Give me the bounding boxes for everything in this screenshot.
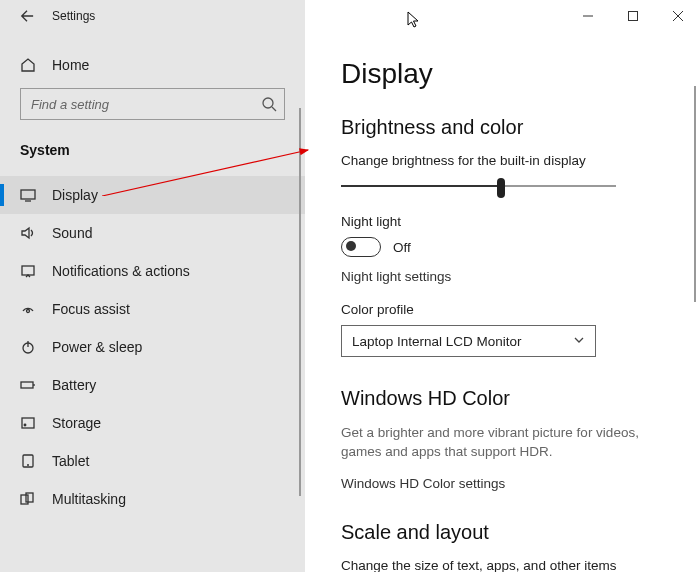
sidebar-item-label: Sound bbox=[52, 225, 92, 241]
scale-description: Change the size of text, apps, and other… bbox=[341, 558, 664, 572]
sidebar-item-multitasking[interactable]: Multitasking bbox=[0, 480, 305, 518]
sidebar-item-label: Battery bbox=[52, 377, 96, 393]
focus-assist-icon bbox=[20, 301, 36, 317]
brightness-label: Change brightness for the built-in displ… bbox=[341, 153, 664, 168]
power-icon bbox=[20, 339, 36, 355]
sidebar-item-label: Storage bbox=[52, 415, 101, 431]
sidebar-item-focus-assist[interactable]: Focus assist bbox=[0, 290, 305, 328]
brightness-slider[interactable] bbox=[341, 176, 616, 196]
section-hd-color: Windows HD Color bbox=[341, 387, 664, 410]
svg-rect-0 bbox=[628, 12, 637, 21]
display-icon bbox=[20, 187, 36, 203]
window-title: Settings bbox=[52, 9, 95, 23]
sidebar-item-label: Focus assist bbox=[52, 301, 130, 317]
toggle-knob bbox=[346, 241, 356, 251]
sidebar-home[interactable]: Home bbox=[0, 46, 305, 84]
svg-rect-3 bbox=[22, 266, 34, 275]
sidebar-item-label: Display bbox=[52, 187, 98, 203]
sidebar-item-label: Notifications & actions bbox=[52, 263, 190, 279]
notifications-icon bbox=[20, 263, 36, 279]
sidebar-home-label: Home bbox=[52, 57, 89, 73]
svg-rect-7 bbox=[22, 418, 34, 428]
page-title: Display bbox=[341, 58, 664, 90]
sidebar-item-label: Tablet bbox=[52, 453, 89, 469]
close-button[interactable] bbox=[655, 0, 700, 32]
svg-rect-6 bbox=[21, 382, 33, 388]
content-scrollbar[interactable] bbox=[694, 86, 696, 302]
titlebar: Settings bbox=[0, 0, 700, 32]
maximize-button[interactable] bbox=[610, 0, 655, 32]
sidebar: Home System Display Sound Notifications … bbox=[0, 32, 305, 572]
svg-point-4 bbox=[27, 310, 30, 313]
svg-rect-2 bbox=[21, 190, 35, 199]
back-icon[interactable] bbox=[20, 9, 34, 23]
storage-icon bbox=[20, 415, 36, 431]
sidebar-category: System bbox=[0, 134, 305, 176]
sidebar-item-notifications[interactable]: Notifications & actions bbox=[0, 252, 305, 290]
multitasking-icon bbox=[20, 491, 36, 507]
color-profile-value: Laptop Internal LCD Monitor bbox=[352, 334, 522, 349]
search-input[interactable] bbox=[20, 88, 285, 120]
search-icon bbox=[261, 96, 277, 112]
slider-thumb[interactable] bbox=[497, 178, 505, 198]
color-profile-select[interactable]: Laptop Internal LCD Monitor bbox=[341, 325, 596, 357]
sidebar-item-tablet[interactable]: Tablet bbox=[0, 442, 305, 480]
content-pane: Display Brightness and color Change brig… bbox=[305, 32, 700, 572]
home-icon bbox=[20, 57, 36, 73]
sound-icon bbox=[20, 225, 36, 241]
night-light-state: Off bbox=[393, 240, 411, 255]
svg-point-1 bbox=[263, 98, 273, 108]
sidebar-item-power-sleep[interactable]: Power & sleep bbox=[0, 328, 305, 366]
sidebar-item-battery[interactable]: Battery bbox=[0, 366, 305, 404]
night-light-label: Night light bbox=[341, 214, 664, 229]
svg-point-8 bbox=[24, 424, 26, 426]
sidebar-item-display[interactable]: Display bbox=[0, 176, 305, 214]
slider-fill bbox=[341, 185, 501, 187]
sidebar-scrollbar[interactable] bbox=[299, 108, 301, 497]
color-profile-label: Color profile bbox=[341, 302, 664, 317]
night-light-toggle[interactable] bbox=[341, 237, 381, 257]
tablet-icon bbox=[20, 453, 36, 469]
hd-color-settings-link[interactable]: Windows HD Color settings bbox=[341, 476, 664, 491]
battery-icon bbox=[20, 377, 36, 393]
minimize-button[interactable] bbox=[565, 0, 610, 32]
hd-color-description: Get a brighter and more vibrant picture … bbox=[341, 424, 664, 462]
chevron-down-icon bbox=[573, 334, 585, 349]
search-field[interactable] bbox=[20, 88, 285, 120]
sidebar-item-storage[interactable]: Storage bbox=[0, 404, 305, 442]
sidebar-item-label: Power & sleep bbox=[52, 339, 142, 355]
sidebar-item-label: Multitasking bbox=[52, 491, 126, 507]
night-light-settings-link[interactable]: Night light settings bbox=[341, 269, 664, 284]
section-brightness-color: Brightness and color bbox=[341, 116, 664, 139]
sidebar-item-sound[interactable]: Sound bbox=[0, 214, 305, 252]
section-scale-layout: Scale and layout bbox=[341, 521, 664, 544]
